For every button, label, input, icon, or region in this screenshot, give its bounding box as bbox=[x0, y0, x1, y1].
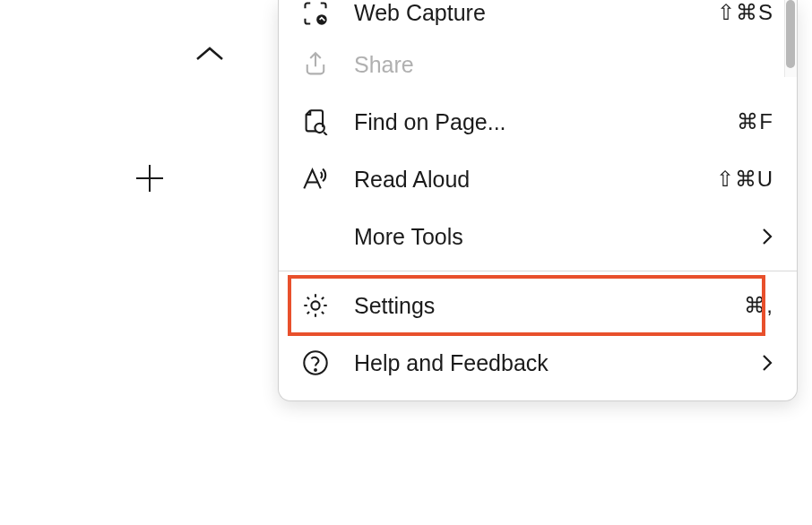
chevron-right-icon bbox=[761, 227, 773, 246]
menu-item-label: Read Aloud bbox=[354, 167, 716, 193]
app-menu: Web Capture ⇧⌘S Share Find on Page... ⌘F bbox=[278, 0, 798, 401]
menu-item-label: Help and Feedback bbox=[354, 350, 761, 376]
menu-item-help[interactable]: Help and Feedback bbox=[279, 334, 797, 392]
web-capture-icon bbox=[302, 0, 329, 27]
svg-point-8 bbox=[315, 369, 316, 371]
menu-item-shortcut: ⇧⌘S bbox=[717, 0, 773, 25]
menu-item-find[interactable]: Find on Page... ⌘F bbox=[279, 93, 797, 151]
find-icon bbox=[302, 108, 329, 135]
help-icon bbox=[302, 349, 329, 376]
svg-line-4 bbox=[324, 133, 326, 135]
chevron-right-icon bbox=[761, 353, 773, 373]
svg-point-3 bbox=[315, 124, 324, 133]
settings-icon bbox=[302, 292, 329, 319]
menu-item-web-capture[interactable]: Web Capture ⇧⌘S bbox=[279, 0, 797, 36]
menu-divider bbox=[279, 271, 797, 271]
svg-point-2 bbox=[316, 14, 327, 25]
menu-item-shortcut: ⌘F bbox=[737, 109, 773, 134]
menu-item-share: Share bbox=[279, 36, 797, 93]
collapse-chevron-icon[interactable] bbox=[194, 45, 226, 65]
menu-item-label: Settings bbox=[354, 293, 744, 319]
menu-item-label: Find on Page... bbox=[354, 109, 737, 135]
menu-item-label: Share bbox=[354, 52, 773, 78]
add-button-icon[interactable] bbox=[134, 163, 165, 194]
svg-point-6 bbox=[311, 301, 319, 309]
menu-item-label: Web Capture bbox=[354, 0, 717, 26]
menu-item-label: More Tools bbox=[354, 224, 761, 250]
share-icon bbox=[302, 51, 329, 78]
menu-item-read-aloud[interactable]: Read Aloud ⇧⌘U bbox=[279, 151, 797, 208]
menu-item-shortcut: ⇧⌘U bbox=[716, 167, 773, 192]
menu-item-settings[interactable]: Settings ⌘, bbox=[279, 277, 797, 334]
read-aloud-icon bbox=[302, 166, 329, 193]
menu-item-more-tools[interactable]: More Tools bbox=[279, 208, 797, 265]
more-tools-icon bbox=[302, 223, 329, 250]
menu-item-shortcut: ⌘, bbox=[744, 293, 773, 318]
